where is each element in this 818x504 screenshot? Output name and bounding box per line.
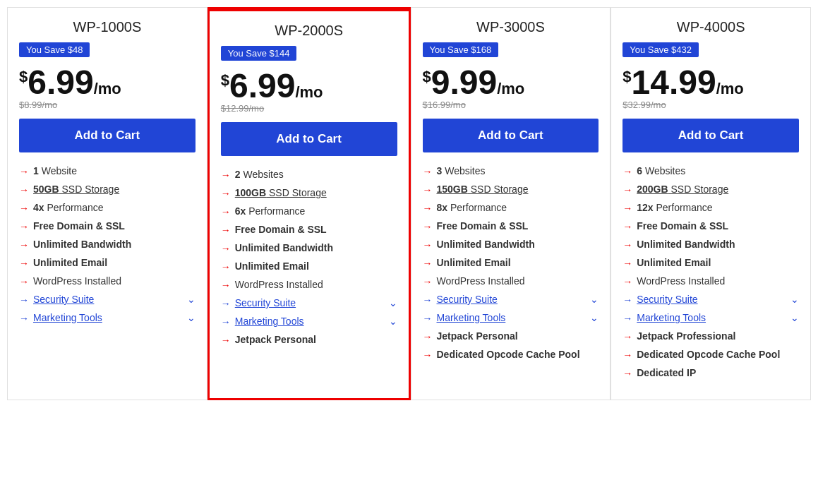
blue-arrow-icon: → <box>19 313 29 324</box>
feature-content[interactable]: Security Suite⌄ <box>235 297 397 308</box>
feature-item: →100GB SSD Storage <box>221 187 397 199</box>
add-to-cart-button[interactable]: Add to Cart <box>221 122 397 156</box>
feature-label: Unlimited Email <box>437 257 511 268</box>
feature-label: Unlimited Email <box>33 257 107 268</box>
feature-item: →Marketing Tools⌄ <box>221 316 397 328</box>
savings-badge: You Save $168 <box>423 42 499 57</box>
feature-label: SSD Storage <box>59 184 120 195</box>
feature-item: →Unlimited Email <box>622 257 799 269</box>
feature-label: Dedicated Opcode Cache Pool <box>637 349 780 360</box>
feature-item: →2 Websites <box>221 169 397 181</box>
red-arrow-icon: → <box>19 203 29 214</box>
feature-label: Free Domain & SSL <box>637 220 728 232</box>
feature-label: Security Suite <box>235 297 296 308</box>
feature-label: Free Domain & SSL <box>33 220 125 232</box>
feature-label: WordPress Installed <box>637 275 725 287</box>
feature-number: 3 <box>437 165 443 176</box>
feature-item: →Dedicated IP <box>622 367 799 379</box>
feature-item: →Marketing Tools⌄ <box>19 312 196 324</box>
feature-label: Jetpack Professional <box>637 330 735 342</box>
feature-label: SSD Storage <box>468 184 529 195</box>
red-arrow-icon: → <box>221 188 231 199</box>
feature-item: →Dedicated Opcode Cache Pool <box>622 349 799 361</box>
chevron-down-icon: ⌄ <box>187 312 196 323</box>
feature-number: 6x <box>235 205 246 217</box>
red-arrow-icon: → <box>622 276 632 287</box>
red-arrow-icon: → <box>622 203 632 214</box>
red-arrow-icon: → <box>423 184 433 196</box>
red-arrow-icon: → <box>423 258 433 269</box>
feature-label: WordPress Installed <box>437 275 525 287</box>
red-arrow-icon: → <box>19 221 29 232</box>
price-main: $6.99/mo <box>221 69 397 103</box>
feature-item: →Free Domain & SSL <box>622 220 799 232</box>
feature-content: 3 Websites <box>437 165 486 176</box>
feature-label: Jetpack Personal <box>235 334 316 345</box>
feature-item: →Unlimited Bandwidth <box>622 239 799 251</box>
feature-item: →Unlimited Bandwidth <box>423 239 599 251</box>
chevron-down-icon: ⌄ <box>790 294 799 305</box>
feature-item: →Free Domain & SSL <box>423 220 599 232</box>
feature-label: Marketing Tools <box>235 316 304 327</box>
feature-content[interactable]: Marketing Tools⌄ <box>33 312 196 323</box>
chevron-down-icon: ⌄ <box>389 297 397 308</box>
feature-item: →200GB SSD Storage <box>622 184 799 196</box>
original-price: $16.99/mo <box>423 100 599 110</box>
feature-number: 4x <box>33 202 44 213</box>
feature-item: →12x Performance <box>622 202 799 214</box>
feature-item: →WordPress Installed <box>19 275 196 287</box>
feature-item: →Jetpack Personal <box>423 330 599 342</box>
red-arrow-icon: → <box>423 221 433 232</box>
feature-number: 6 <box>637 165 642 176</box>
feature-content: 6 Websites <box>637 165 685 176</box>
feature-item: →WordPress Installed <box>622 275 799 287</box>
feature-label: Unlimited Bandwidth <box>437 239 535 250</box>
red-arrow-icon: → <box>19 258 29 269</box>
feature-item: →Marketing Tools⌄ <box>622 312 799 324</box>
add-to-cart-button[interactable]: Add to Cart <box>622 119 799 152</box>
feature-label: Marketing Tools <box>437 312 506 323</box>
chevron-down-icon: ⌄ <box>790 312 799 323</box>
feature-item: →Jetpack Personal <box>221 334 397 346</box>
features-list: →1 Website→50GB SSD Storage→4x Performan… <box>19 165 196 324</box>
features-list: →3 Websites→150GB SSD Storage→8x Perform… <box>423 165 599 361</box>
red-arrow-icon: → <box>423 349 433 361</box>
feature-label: SSD Storage <box>668 184 729 195</box>
feature-content[interactable]: Security Suite⌄ <box>437 294 599 305</box>
feature-content[interactable]: Marketing Tools⌄ <box>235 316 397 327</box>
feature-item: →1 Website <box>19 165 196 177</box>
add-to-cart-button[interactable]: Add to Cart <box>423 119 599 152</box>
feature-label: Security Suite <box>437 294 498 305</box>
feature-content[interactable]: Marketing Tools⌄ <box>637 312 799 323</box>
feature-item: →Free Domain & SSL <box>221 224 397 236</box>
plan-title: WP-2000S <box>221 23 397 39</box>
red-arrow-icon: → <box>19 166 29 177</box>
feature-content[interactable]: Security Suite⌄ <box>33 294 196 305</box>
feature-content: 1 Website <box>33 165 77 176</box>
plan-wp-4000s: WP-4000SYou Save $432$14.99/mo$32.99/moA… <box>611 7 811 400</box>
plan-wp-2000s: WP-2000SYou Save $144$6.99/mo$12.99/moAd… <box>207 7 411 400</box>
red-arrow-icon: → <box>423 166 433 177</box>
feature-label: Unlimited Bandwidth <box>33 239 131 250</box>
feature-content[interactable]: Marketing Tools⌄ <box>437 312 599 323</box>
feature-content: 2 Websites <box>235 169 284 180</box>
plan-wp-3000s: WP-3000SYou Save $168$9.99/mo$16.99/moAd… <box>411 7 611 400</box>
blue-arrow-icon: → <box>221 298 231 309</box>
feature-label: Unlimited Email <box>637 257 711 268</box>
feature-number: 12x <box>637 202 653 213</box>
feature-label: WordPress Installed <box>33 275 121 287</box>
chevron-down-icon: ⌄ <box>590 294 599 305</box>
red-arrow-icon: → <box>19 239 29 251</box>
feature-item: →Free Domain & SSL <box>19 220 196 232</box>
red-arrow-icon: → <box>622 239 632 251</box>
feature-content: 4x Performance <box>33 202 104 213</box>
blue-arrow-icon: → <box>423 313 433 324</box>
feature-content[interactable]: Security Suite⌄ <box>637 294 799 305</box>
feature-number: 50GB <box>33 184 59 195</box>
add-to-cart-button[interactable]: Add to Cart <box>19 119 196 152</box>
feature-item: →Unlimited Bandwidth <box>221 242 397 254</box>
feature-item: →Unlimited Email <box>221 260 397 272</box>
red-arrow-icon: → <box>221 261 231 272</box>
feature-item: →6x Performance <box>221 205 397 217</box>
chevron-down-icon: ⌄ <box>389 316 397 327</box>
